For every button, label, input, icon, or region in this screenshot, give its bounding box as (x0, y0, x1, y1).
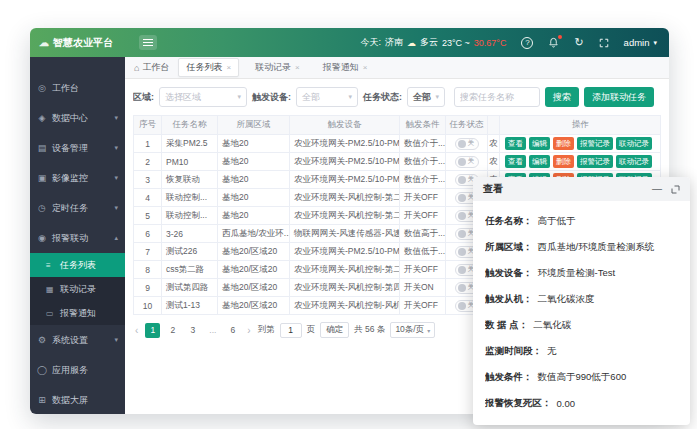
clipped-column-header (488, 116, 500, 134)
sidebar-item-task-list[interactable]: ≡ 任务列表 (30, 253, 125, 277)
page-button-3[interactable]: 3 (185, 323, 200, 338)
chevron-down-icon: ▾ (114, 144, 118, 152)
linkage-records-icon: ▦ (46, 285, 55, 294)
search-button[interactable]: 搜索 (545, 87, 579, 107)
chevron-down-icon: ▾ (114, 204, 118, 212)
dialog-title: 查看 (483, 182, 503, 196)
edit-button[interactable]: 编辑 (529, 155, 550, 168)
app-logo: ☁ 智慧农业平台 (30, 36, 125, 50)
app-title: 智慧农业平台 (53, 36, 113, 50)
header-right: 今天: 济南 ☁ 多云 23°C ~ 30.67°C ? ↻ (360, 36, 669, 49)
collapse-sidebar-button[interactable] (139, 35, 157, 50)
dialog-body: 任务名称：高于低于 所属区域：西瓜基地/环境质量检测系统 触发设备：环境质量检测… (473, 201, 690, 423)
goto-page-input[interactable] (280, 323, 302, 338)
weather-temp-low: 23°C ~ (442, 38, 470, 48)
data-screen-icon: ⊞ (37, 395, 47, 405)
notification-badge (558, 35, 562, 39)
trigger-device-select[interactable]: 全部 ▾ (296, 87, 358, 107)
page-button-1[interactable]: 1 (145, 323, 160, 338)
tab-alarm-notification[interactable]: 报警通知 × (316, 59, 375, 76)
chevron-down-icon: ▾ (435, 93, 439, 101)
goto-unit: 页 (307, 324, 316, 336)
page-button-2[interactable]: 2 (165, 323, 180, 338)
delete-button[interactable]: 删除 (553, 137, 574, 150)
dialog-field: 所属区域：西瓜基地/环境质量检测系统 (485, 234, 678, 260)
alarm-record-button[interactable]: 报警记录 (577, 137, 613, 150)
minimize-icon[interactable]: — (652, 184, 662, 194)
view-button[interactable]: 查看 (505, 155, 526, 168)
sidebar: ◎ 工作台 ◈ 数据中心 ▾ ▤ 设备管理 ▾ ▣ 影像监控 ▾ (30, 57, 125, 414)
table-row: 2 PM10 基地20 农业环境网关-PM2.5/10-PM10- 数值介于..… (134, 153, 660, 171)
sidebar-item-data-screen[interactable]: ⊞ 数据大屏 (30, 385, 125, 414)
alarm-linkage-icon: ◉ (37, 233, 47, 243)
view-button[interactable]: 查看 (505, 137, 526, 150)
region-select[interactable]: 选择区域 ▾ (159, 87, 247, 107)
tab-task-list[interactable]: 任务列表 × (178, 58, 239, 77)
sidebar-item-app-services[interactable]: ◯ 应用服务 (30, 355, 125, 385)
top-header: ☁ 智慧农业平台 今天: 济南 ☁ 多云 23°C ~ 30.67°C ? (30, 28, 669, 57)
weather-label: 今天: (360, 36, 381, 49)
edit-button[interactable]: 编辑 (529, 137, 550, 150)
chevron-down-icon: ▾ (114, 114, 118, 122)
alarm-record-button[interactable]: 报警记录 (577, 155, 613, 168)
device-management-icon: ▤ (37, 143, 47, 153)
linkage-record-button[interactable]: 联动记录 (616, 155, 652, 168)
notification-bell-icon[interactable] (548, 37, 559, 48)
sidebar-item-alarm-notification[interactable]: ▭ 报警通知 (30, 301, 125, 325)
weather-cloud-icon: ☁ (407, 38, 416, 48)
confirm-page-button[interactable]: 确定 (320, 322, 349, 338)
close-icon[interactable]: × (226, 63, 231, 72)
next-page-button[interactable]: › (245, 325, 252, 336)
chevron-down-icon: ▾ (653, 39, 657, 47)
chevron-down-icon: ▾ (427, 327, 430, 334)
sidebar-item-system-settings[interactable]: ⚙ 系统设置 ▾ (30, 325, 125, 355)
data-center-icon: ◈ (37, 113, 47, 123)
sidebar-item-linkage-records[interactable]: ▦ 联动记录 (30, 277, 125, 301)
scheduled-tasks-icon: ◷ (37, 203, 47, 213)
task-list-icon: ≡ (46, 261, 55, 270)
filter-bar: 区域: 选择区域 ▾ 触发设备: 全部 ▾ 任务状态: 全部 (133, 87, 661, 107)
fullscreen-icon[interactable] (599, 38, 609, 48)
chevron-down-icon: ▾ (114, 174, 118, 182)
sidebar-item-video-monitoring[interactable]: ▣ 影像监控 ▾ (30, 163, 125, 193)
cloud-logo-icon: ☁ (39, 37, 49, 48)
breadcrumb-workbench[interactable]: ⌂ 工作台 (134, 61, 169, 74)
page-ellipsis: ... (205, 323, 220, 338)
trigger-device-label: 触发设备: (252, 91, 291, 104)
close-icon[interactable]: × (363, 63, 368, 72)
page-size-select[interactable]: 10条/页 ▾ (390, 322, 435, 338)
username: admin (624, 37, 650, 48)
delete-button[interactable]: 删除 (553, 155, 574, 168)
prev-page-button[interactable]: ‹ (133, 325, 140, 336)
task-status-toggle[interactable]: 关 (455, 138, 479, 150)
home-icon: ⌂ (134, 63, 139, 73)
close-icon[interactable]: × (295, 63, 300, 72)
tab-linkage-records[interactable]: 联动记录 × (248, 59, 307, 76)
sidebar-item-workbench[interactable]: ◎ 工作台 (30, 73, 125, 103)
sidebar-item-device-management[interactable]: ▤ 设备管理 ▾ (30, 133, 125, 163)
help-icon[interactable]: ? (521, 37, 533, 49)
dialog-field: 任务名称：高于低于 (485, 208, 678, 234)
search-input[interactable] (454, 87, 540, 107)
linkage-record-button[interactable]: 联动记录 (616, 137, 652, 150)
expand-icon[interactable] (671, 185, 680, 194)
task-status-toggle[interactable]: 关 (455, 156, 479, 168)
app-services-icon: ◯ (37, 365, 47, 375)
refresh-icon[interactable]: ↻ (574, 37, 583, 48)
chevron-down-icon: ▾ (237, 93, 241, 101)
page-button-6[interactable]: 6 (225, 323, 240, 338)
dialog-field: 触发条件：数值高于990低于600 (485, 364, 678, 390)
dialog-field: 监测时间段：无 (485, 338, 678, 364)
task-status-select[interactable]: 全部 ▾ (407, 87, 445, 107)
dialog-field: 数 据 点：二氧化碳 (485, 312, 678, 338)
weather-condition: 多云 (420, 36, 438, 49)
goto-label: 到第 (258, 324, 275, 336)
user-menu[interactable]: admin ▾ (624, 37, 657, 48)
sidebar-item-alarm-linkage[interactable]: ◉ 报警联动 ▴ (30, 223, 125, 253)
sidebar-item-data-center[interactable]: ◈ 数据中心 ▾ (30, 103, 125, 133)
add-linkage-task-button[interactable]: 添加联动任务 (584, 87, 654, 107)
dialog-header: 查看 — (473, 177, 690, 201)
weather-city: 济南 (385, 36, 403, 49)
sidebar-item-scheduled-tasks[interactable]: ◷ 定时任务 ▾ (30, 193, 125, 223)
dialog-field: 触发设备：环境质量检测-Test (485, 260, 678, 286)
